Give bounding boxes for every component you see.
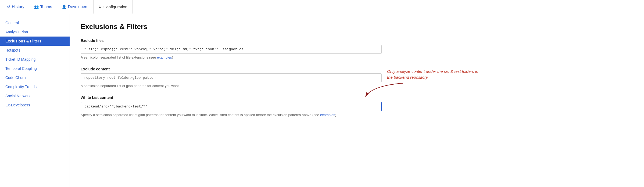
main-content: Exclusions & Filters Exclude files A sem… xyxy=(70,14,392,187)
sidebar-item-code-churn[interactable]: Code Churn xyxy=(0,73,70,82)
sidebar-item-ticket-id-mapping[interactable]: Ticket ID Mapping xyxy=(0,55,70,64)
callout-text: Only analyze content under the src & tes… xyxy=(387,69,484,80)
nav-history[interactable]: ↺ History xyxy=(2,0,29,14)
exclude-content-section: Exclude content Only analyze content und… xyxy=(81,67,382,88)
sidebar-item-ex-developers[interactable]: Ex-Developers xyxy=(0,100,70,110)
whitelist-content-section: White List content Specify a semicolon s… xyxy=(81,95,382,117)
developers-icon: 👤 xyxy=(62,5,66,9)
exclude-content-callout-container: Only analyze content under the src & tes… xyxy=(81,73,382,82)
exclude-files-label: Exclude files xyxy=(81,38,382,43)
sidebar-item-exclusions-filters[interactable]: Exclusions & Filters xyxy=(0,37,70,46)
sidebar-item-social-network[interactable]: Social Network xyxy=(0,91,70,100)
sidebar-item-hotspots[interactable]: Hotspots xyxy=(0,46,70,55)
sidebar-item-temporal-coupling[interactable]: Temporal Coupling xyxy=(0,64,70,73)
sidebar-item-complexity-trends[interactable]: Complexity Trends xyxy=(0,82,70,91)
nav-teams[interactable]: 👥 Teams xyxy=(29,0,57,14)
exclude-files-input[interactable] xyxy=(81,45,382,54)
nav-configuration[interactable]: ⚙ Configuration xyxy=(93,0,133,14)
sidebar-item-general[interactable]: General xyxy=(0,18,70,27)
whitelist-examples-link[interactable]: examples xyxy=(320,113,335,117)
layout: General Analysis Plan Exclusions & Filte… xyxy=(0,14,644,187)
whitelist-hint: Specify a semicolon separated list of gl… xyxy=(81,113,382,117)
exclude-content-label: Exclude content xyxy=(81,67,382,71)
exclude-content-input[interactable] xyxy=(81,73,382,82)
exclude-files-examples-link[interactable]: examples xyxy=(157,55,172,59)
exclude-content-hint: A semicolon separated list of glob patte… xyxy=(81,84,382,88)
top-nav: ↺ History 👥 Teams 👤 Developers ⚙ Configu… xyxy=(0,0,644,14)
exclude-files-hint: A semicolon separated list of file exten… xyxy=(81,55,382,59)
page-title: Exclusions & Filters xyxy=(81,23,382,31)
teams-icon: 👥 xyxy=(34,5,39,9)
nav-developers[interactable]: 👤 Developers xyxy=(57,0,93,14)
exclude-files-section: Exclude files A semicolon separated list… xyxy=(81,38,382,59)
sidebar-item-analysis-plan[interactable]: Analysis Plan xyxy=(0,27,70,37)
history-icon: ↺ xyxy=(7,5,10,9)
whitelist-label: White List content xyxy=(81,95,382,100)
configuration-icon: ⚙ xyxy=(98,5,102,9)
sidebar: General Analysis Plan Exclusions & Filte… xyxy=(0,14,70,187)
whitelist-input[interactable] xyxy=(81,102,382,111)
